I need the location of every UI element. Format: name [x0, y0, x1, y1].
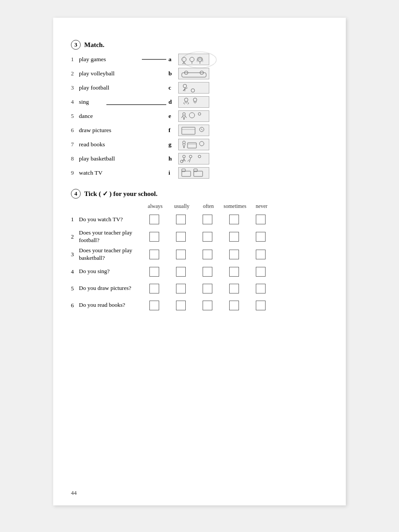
freq-checkbox-2-never[interactable]	[256, 232, 266, 242]
match-image-c	[178, 82, 209, 94]
match-letter-i: i	[168, 169, 176, 176]
freq-row-1: 1 Do you watch TV?	[71, 212, 328, 227]
freq-row-label-5: Do you draw pictures?	[79, 285, 141, 292]
match-num-3: 3	[71, 84, 79, 91]
freq-checkbox-6-always[interactable]	[149, 301, 159, 310]
match-image-g	[178, 139, 209, 150]
svg-point-17	[191, 89, 195, 92]
freq-checkbox-5-often[interactable]	[203, 284, 212, 293]
section4-header: 4 Tick (✓) for your school.	[71, 189, 328, 199]
freq-checkbox-6-often[interactable]	[203, 301, 212, 310]
freq-checkbox-4-often[interactable]	[203, 267, 212, 277]
match-label-7: read books	[79, 141, 105, 148]
freq-checkbox-5-usually[interactable]	[176, 284, 186, 293]
freq-col-sometimes: sometimes	[222, 203, 248, 210]
svg-line-38	[188, 160, 189, 161]
match-item-3: 3 play football	[71, 82, 160, 94]
match-label-6: draw pictures	[79, 127, 111, 134]
freq-checkboxes-5	[141, 284, 274, 293]
svg-point-27	[183, 141, 185, 144]
freq-row-6: 6 Do you read books?	[71, 298, 328, 313]
match-item-5: 5 dance	[71, 110, 160, 122]
match-num-2: 2	[71, 70, 79, 77]
svg-rect-40	[182, 171, 191, 176]
match-label-3: play football	[79, 84, 110, 91]
freq-col-never: never	[248, 203, 275, 210]
match-image-b	[178, 68, 209, 79]
freq-checkbox-1-often[interactable]	[203, 215, 212, 224]
freq-checkbox-2-sometimes[interactable]	[229, 232, 239, 242]
freq-checkbox-2-usually[interactable]	[176, 232, 186, 242]
match-item-7: 7 read books	[71, 138, 160, 151]
svg-point-22	[198, 113, 201, 115]
match-image-i	[178, 167, 209, 179]
freq-checkbox-6-usually[interactable]	[176, 301, 186, 310]
freq-row-2: 2 Does your teacher play football?	[71, 229, 328, 244]
match-right-col: 🎮 a	[168, 53, 209, 181]
match-right-c: c	[168, 82, 209, 94]
match-letter-h: h	[168, 155, 176, 162]
match-right-g: g	[168, 138, 209, 151]
match-left-col: 1 play games 2 play volleyball 3 play fo…	[71, 53, 160, 181]
svg-line-26	[201, 129, 203, 130]
match-right-b: b	[168, 67, 209, 80]
match-letter-b: b	[168, 70, 176, 77]
tick-checkmark: ✓	[102, 190, 108, 198]
freq-checkbox-1-never[interactable]	[256, 215, 266, 224]
freq-checkbox-1-usually[interactable]	[176, 215, 186, 224]
section4: 4 Tick (✓) for your school. always usual…	[71, 189, 328, 313]
svg-line-15	[183, 89, 185, 91]
match-right-e: e	[168, 110, 209, 122]
freq-checkbox-3-usually[interactable]	[176, 250, 186, 259]
section3-header: 3 Match.	[71, 40, 328, 50]
freq-checkboxes-6	[141, 301, 274, 310]
match-num-1: 1	[71, 56, 79, 63]
freq-checkboxes-2	[141, 232, 274, 242]
page: 3 Match. 1 play games 2 play volleyball …	[53, 18, 346, 505]
frequency-table: always usually often sometimes never 1 D…	[71, 203, 328, 313]
freq-checkbox-3-sometimes[interactable]	[229, 250, 239, 259]
freq-checkbox-4-sometimes[interactable]	[229, 267, 239, 277]
freq-checkboxes-4	[141, 267, 274, 277]
freq-checkbox-1-always[interactable]	[149, 215, 159, 224]
svg-point-35	[180, 160, 183, 163]
match-letter-f: f	[168, 127, 176, 134]
svg-rect-23	[182, 127, 195, 134]
freq-row-num-6: 6	[71, 302, 79, 309]
freq-checkbox-4-never[interactable]	[256, 267, 266, 277]
freq-checkbox-2-always[interactable]	[149, 232, 159, 242]
freq-row-label-6: Do you read books?	[79, 301, 141, 309]
match-num-8: 8	[71, 155, 79, 162]
match-item-9: 9 watch TV	[71, 167, 160, 179]
freq-row-num-3: 3	[71, 251, 79, 258]
freq-row-label-4: Do you sing?	[79, 268, 141, 275]
section4-circle: 4	[71, 189, 81, 199]
match-right-f: f	[168, 124, 209, 137]
svg-point-20	[183, 113, 185, 115]
match-num-9: 9	[71, 169, 79, 176]
svg-point-36	[189, 155, 192, 158]
match-num-7: 7	[71, 141, 79, 148]
match-label-4: sing	[79, 98, 89, 106]
freq-checkbox-6-sometimes[interactable]	[229, 301, 239, 310]
match-letter-a: a	[168, 56, 176, 63]
freq-checkbox-3-often[interactable]	[203, 250, 212, 259]
freq-checkbox-1-sometimes[interactable]	[229, 215, 239, 224]
freq-checkbox-4-usually[interactable]	[176, 267, 186, 277]
freq-checkbox-5-sometimes[interactable]	[229, 284, 239, 293]
freq-checkbox-4-always[interactable]	[149, 267, 159, 277]
freq-checkbox-3-always[interactable]	[149, 250, 159, 259]
svg-line-34	[184, 159, 186, 161]
match-right-d: d	[168, 96, 209, 108]
freq-checkbox-5-always[interactable]	[149, 284, 159, 293]
match-item-8: 8 play basketball	[71, 153, 160, 165]
freq-checkbox-5-never[interactable]	[256, 284, 266, 293]
freq-col-often: often	[195, 203, 222, 210]
svg-point-19	[193, 98, 197, 102]
match-label-9: watch TV	[79, 169, 102, 176]
freq-checkboxes-1	[141, 215, 274, 224]
freq-checkbox-3-never[interactable]	[256, 250, 266, 259]
freq-checkbox-2-often[interactable]	[203, 232, 212, 242]
svg-point-18	[184, 98, 188, 102]
freq-checkbox-6-never[interactable]	[256, 301, 266, 310]
